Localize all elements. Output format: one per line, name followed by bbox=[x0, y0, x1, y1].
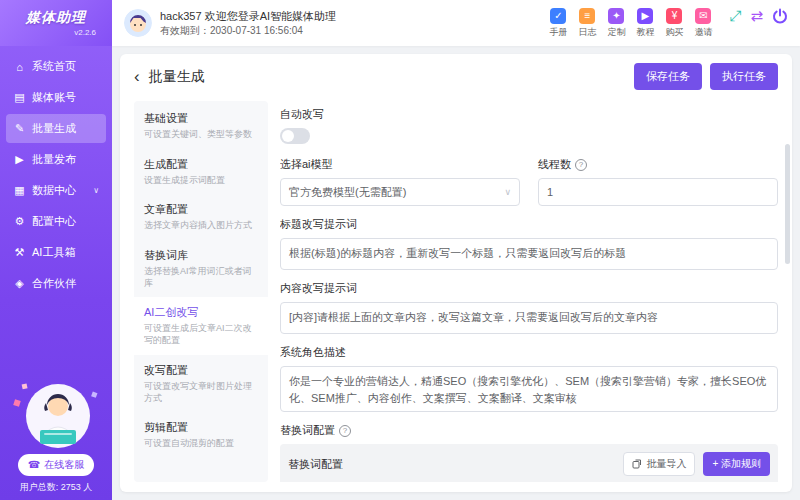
system-role-label: 系统角色描述 bbox=[280, 345, 778, 360]
sidebar-item-label: 媒体账号 bbox=[32, 90, 76, 105]
welcome-text: hack357 欢迎您登录AI智能媒体助理 bbox=[160, 9, 336, 24]
sidebar-nav: ⌂ 系统首页 ▤ 媒体账号 ✎ 批量生成 ▶ 批量发布 ▦ 数据中心 ∨ ⚙ bbox=[0, 46, 112, 304]
submenu-generate-config[interactable]: 生成配置 设置生成提示词配置 bbox=[134, 149, 268, 195]
sidebar-item-label: 数据中心 bbox=[32, 183, 76, 198]
fullscreen-icon[interactable]: ⤢ bbox=[729, 8, 741, 23]
app-logo: 媒体助理 v2.2.6 bbox=[0, 0, 112, 46]
batch-import-button[interactable]: 批量导入 bbox=[623, 452, 695, 476]
purchase-action[interactable]: ¥ 购买 bbox=[665, 8, 683, 39]
tutorial-action[interactable]: ▶ 教程 bbox=[636, 8, 654, 39]
invite-icon: ✉ bbox=[695, 8, 711, 24]
threads-input[interactable] bbox=[538, 178, 778, 206]
app-version: v2.2.6 bbox=[74, 28, 96, 37]
back-icon[interactable]: ‹ bbox=[134, 68, 140, 85]
partners-icon: ◈ bbox=[13, 277, 26, 290]
sidebar-item-batch-generate[interactable]: ✎ 批量生成 bbox=[6, 114, 106, 143]
replace-config-box: 替换词配置 批量导入 + 添加规则 bbox=[280, 444, 778, 482]
main-area: hack357 欢迎您登录AI智能媒体助理 有效期到：2030-07-31 16… bbox=[112, 0, 800, 500]
online-support-label: 在线客服 bbox=[44, 458, 84, 472]
app-window: 媒体助理 v2.2.6 ⌂ 系统首页 ▤ 媒体账号 ✎ 批量生成 ▶ 批量发布 … bbox=[0, 0, 800, 500]
headset-icon: ☎ bbox=[28, 460, 40, 470]
page-title: 批量生成 bbox=[149, 68, 205, 86]
submenu-article-config[interactable]: 文章配置 选择文章内容插入图片方式 bbox=[134, 194, 268, 240]
sidebar-item-media-accounts[interactable]: ▤ 媒体账号 bbox=[6, 83, 106, 112]
tutorial-icon: ▶ bbox=[637, 8, 653, 24]
ai-rewrite-form: 自动改写 选择ai模型 官方免费模型(无需配置) ∨ bbox=[280, 101, 778, 482]
sidebar-item-ai-toolbox[interactable]: ⚒ AI工具箱 bbox=[6, 238, 106, 267]
system-role-textarea[interactable]: 你是一个专业的营销达人，精通SEO（搜索引擎优化）、SEM（搜索引擎营销）专家，… bbox=[280, 366, 778, 412]
customer-service-illustration bbox=[8, 372, 104, 452]
sidebar-item-label: 系统首页 bbox=[32, 59, 76, 74]
expiry-text: 有效期到：2030-07-31 16:56:04 bbox=[160, 24, 336, 38]
save-task-button[interactable]: 保存任务 bbox=[634, 63, 702, 90]
media-accounts-icon: ▤ bbox=[13, 91, 26, 104]
customize-action[interactable]: ✦ 定制 bbox=[607, 8, 625, 39]
sidebar-item-data-center[interactable]: ▦ 数据中心 ∨ bbox=[6, 176, 106, 205]
submenu-replace-thesaurus[interactable]: 替换词库 选择替换AI常用词汇或者词库 bbox=[134, 240, 268, 297]
chevron-down-icon: ∨ bbox=[93, 186, 99, 195]
sidebar-item-label: 配置中心 bbox=[32, 214, 76, 229]
layout-switch-icon[interactable]: ⇄ bbox=[750, 8, 763, 23]
customize-icon: ✦ bbox=[608, 8, 624, 24]
log-action[interactable]: ≡ 日志 bbox=[578, 8, 596, 39]
page-header: ‹ 批量生成 保存任务 执行任务 bbox=[120, 54, 792, 97]
chevron-down-icon: ∨ bbox=[504, 187, 511, 197]
purchase-icon: ¥ bbox=[666, 8, 682, 24]
manual-action[interactable]: ✓ 手册 bbox=[549, 8, 567, 39]
sidebar-item-label: 批量发布 bbox=[32, 152, 76, 167]
user-count: 用户总数: 2753 人 bbox=[20, 481, 93, 494]
settings-submenu: 基础设置 可设置关键词、类型等参数 生成配置 设置生成提示词配置 文章配置 选择… bbox=[134, 101, 268, 482]
logout-power-icon[interactable] bbox=[772, 8, 788, 24]
topbar: hack357 欢迎您登录AI智能媒体助理 有效期到：2030-07-31 16… bbox=[112, 0, 800, 46]
submenu-rewrite-config[interactable]: 改写配置 可设置改写文章时图片处理方式 bbox=[134, 355, 268, 412]
ai-toolbox-icon: ⚒ bbox=[13, 246, 26, 259]
sidebar-item-config-center[interactable]: ⚙ 配置中心 bbox=[6, 207, 106, 236]
sidebar-item-label: 批量生成 bbox=[32, 121, 76, 136]
config-center-icon: ⚙ bbox=[13, 215, 26, 228]
ai-model-select[interactable]: 官方免费模型(无需配置) ∨ bbox=[280, 178, 520, 206]
submenu-ai-rewrite[interactable]: AI二创改写 可设置生成后文章AI二次改写的配置 bbox=[134, 297, 268, 354]
sidebar-footer: ☎ 在线客服 用户总数: 2753 人 bbox=[0, 372, 112, 500]
threads-label: 线程数 ? bbox=[538, 157, 778, 172]
scrollbar[interactable] bbox=[785, 144, 790, 264]
online-support-button[interactable]: ☎ 在线客服 bbox=[18, 454, 94, 476]
submenu-basic-settings[interactable]: 基础设置 可设置关键词、类型等参数 bbox=[134, 103, 268, 149]
sidebar-item-batch-publish[interactable]: ▶ 批量发布 bbox=[6, 145, 106, 174]
replace-header: 替换词配置 批量导入 + 添加规则 bbox=[288, 452, 770, 476]
topbar-actions: ✓ 手册 ≡ 日志 ✦ 定制 ▶ 教程 ¥ 购买 bbox=[549, 8, 788, 39]
content-prompt-textarea[interactable]: [内容]请根据上面的文章内容，改写这篇文章，只需要返回改写后的文章内容 bbox=[280, 302, 778, 334]
batch-generate-card: ‹ 批量生成 保存任务 执行任务 基础设置 可设置关键词、类型等参数 bbox=[120, 54, 792, 492]
sidebar-item-label: AI工具箱 bbox=[32, 245, 75, 260]
log-icon: ≡ bbox=[579, 8, 595, 24]
ai-model-value: 官方免费模型(无需配置) bbox=[289, 185, 406, 200]
submenu-clip-config[interactable]: 剪辑配置 可设置自动混剪的配置 bbox=[134, 412, 268, 458]
avatar[interactable] bbox=[124, 9, 152, 37]
auto-rewrite-toggle[interactable] bbox=[280, 128, 310, 144]
invite-action[interactable]: ✉ 邀请 bbox=[694, 8, 712, 39]
add-rule-button[interactable]: + 添加规则 bbox=[703, 452, 770, 476]
replace-actions: 批量导入 + 添加规则 bbox=[623, 452, 770, 476]
avatar-image bbox=[124, 9, 152, 37]
content-prompt-label: 内容改写提示词 bbox=[280, 281, 778, 296]
sidebar-item-label: 合作伙伴 bbox=[32, 276, 76, 291]
replace-config-label: 替换词配置 ? bbox=[280, 423, 778, 438]
title-prompt-label: 标题改写提示词 bbox=[280, 217, 778, 232]
replace-help-icon[interactable]: ? bbox=[339, 425, 351, 437]
sidebar-item-partners[interactable]: ◈ 合作伙伴 bbox=[6, 269, 106, 298]
sidebar-item-home[interactable]: ⌂ 系统首页 bbox=[6, 52, 106, 81]
batch-generate-icon: ✎ bbox=[13, 122, 26, 135]
manual-icon: ✓ bbox=[550, 8, 566, 24]
threads-help-icon[interactable]: ? bbox=[575, 159, 587, 171]
replace-box-title: 替换词配置 bbox=[288, 457, 343, 472]
sidebar: 媒体助理 v2.2.6 ⌂ 系统首页 ▤ 媒体账号 ✎ 批量生成 ▶ 批量发布 … bbox=[0, 0, 112, 500]
auto-rewrite-label: 自动改写 bbox=[280, 107, 778, 122]
run-task-button[interactable]: 执行任务 bbox=[710, 63, 778, 90]
title-prompt-textarea[interactable]: 根据(标题)的标题内容，重新改写一个标题，只需要返回改写后的标题 bbox=[280, 238, 778, 270]
user-info: hack357 欢迎您登录AI智能媒体助理 有效期到：2030-07-31 16… bbox=[160, 9, 336, 37]
data-center-icon: ▦ bbox=[13, 184, 26, 197]
window-buttons: ⤢ ⇄ bbox=[729, 8, 788, 24]
home-icon: ⌂ bbox=[13, 61, 26, 73]
panel-body: 基础设置 可设置关键词、类型等参数 生成配置 设置生成提示词配置 文章配置 选择… bbox=[120, 97, 792, 492]
header-buttons: 保存任务 执行任务 bbox=[634, 63, 778, 90]
model-thread-row: 选择ai模型 官方免费模型(无需配置) ∨ 线程数 ? bbox=[280, 146, 778, 206]
